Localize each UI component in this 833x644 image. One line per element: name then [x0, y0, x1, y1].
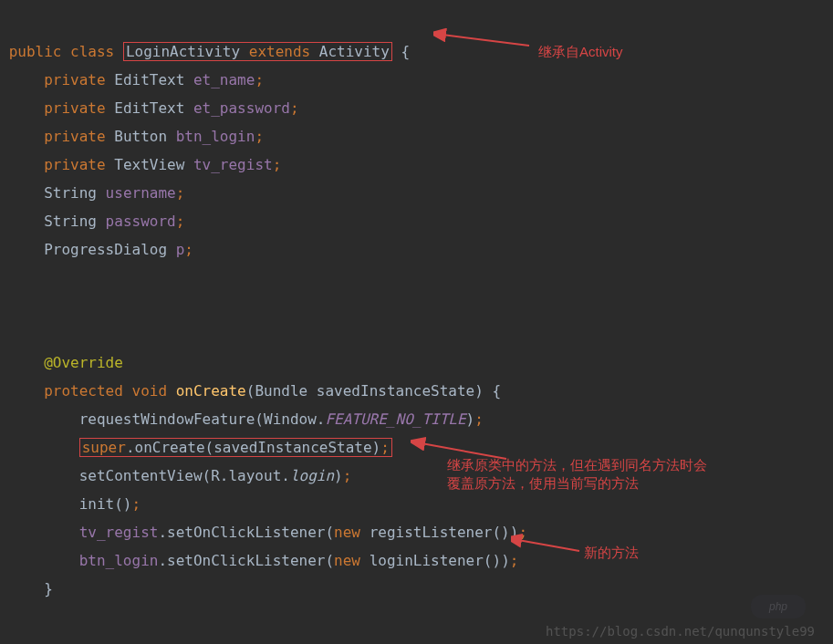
line-7: String password;: [0, 213, 184, 230]
php-logo: php: [751, 595, 806, 618]
line-oncreate-sig: protected void onCreate(Bundle savedInst…: [0, 382, 501, 400]
watermark: https://blog.csdn.net/qunqunstyle99: [546, 624, 815, 639]
line-5: private TextView tv_regist;: [0, 156, 281, 173]
line-setcontentview: setContentView(R.layout.login);: [0, 467, 351, 484]
line-8: ProgressDialog p;: [0, 241, 193, 258]
code-block: public class LoginActivity extends Activ…: [0, 0, 833, 603]
kw-class: class: [70, 43, 114, 60]
line-super: super.onCreate(savedInstanceState);: [0, 438, 392, 457]
line-reqwf: requestWindowFeature(Window.FEATURE_NO_T…: [0, 410, 484, 428]
box-class-decl: LoginActivity extends Activity: [123, 42, 392, 61]
line-1: public class LoginActivity extends Activ…: [0, 42, 410, 61]
line-init: init();: [0, 495, 141, 513]
annotation-inherit-activity: 继承自Activity: [538, 43, 623, 61]
line-close-brace: }: [0, 580, 53, 597]
line-override: @Override: [0, 354, 123, 371]
line-tv-regist: tv_regist.setOnClickListener(new registL…: [0, 524, 527, 541]
line-6: String username;: [0, 184, 184, 202]
annotation-super-explanation: 继承原类中的方法，但在遇到同名方法时会 覆盖原方法，使用当前写的方法: [447, 456, 707, 493]
line-btn-login: btn_login.setOnClickListener(new loginLi…: [0, 552, 518, 569]
annotation-new-method: 新的方法: [584, 544, 639, 562]
kw-public: public: [9, 43, 62, 60]
line-3: private EditText et_password;: [0, 99, 299, 117]
line-4: private Button btn_login;: [0, 128, 264, 145]
line-2: private EditText et_name;: [0, 71, 264, 88]
box-super-call: super.onCreate(savedInstanceState);: [79, 438, 392, 457]
